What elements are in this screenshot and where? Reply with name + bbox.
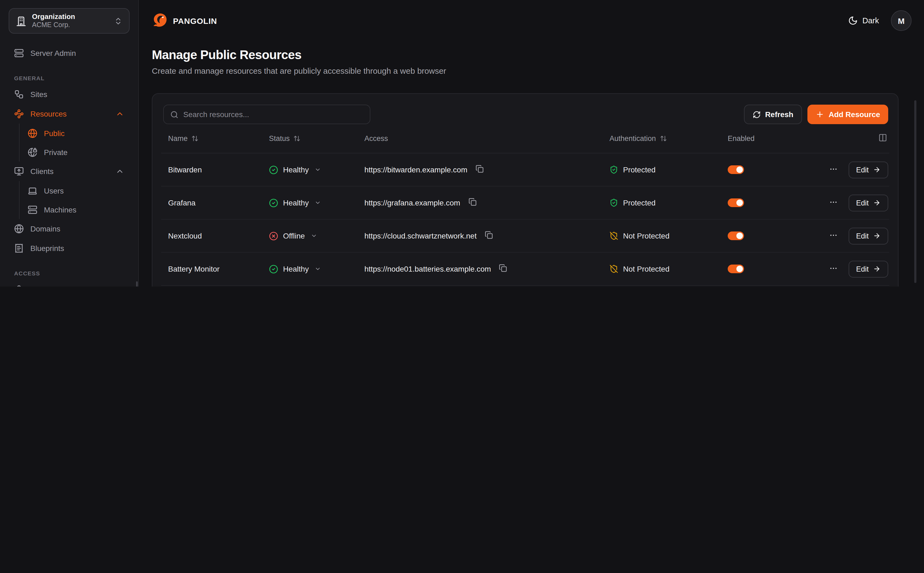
- row-actions-button[interactable]: [828, 197, 839, 209]
- clients-submenu: Users Machines: [19, 181, 130, 219]
- copy-icon: [485, 231, 493, 239]
- row-actions-button[interactable]: [828, 163, 839, 176]
- copy-url-button[interactable]: [467, 197, 478, 209]
- user-avatar[interactable]: M: [891, 10, 911, 31]
- resources-card: Refresh Add Resource Name Status: [152, 93, 899, 286]
- building-icon: [16, 16, 27, 26]
- theme-toggle[interactable]: Dark: [848, 16, 879, 25]
- chevron-down-icon: [315, 199, 321, 206]
- enabled-toggle[interactable]: [728, 232, 744, 240]
- arrow-right-icon: [873, 232, 881, 240]
- workflow-icon: [14, 89, 24, 99]
- column-header-authentication[interactable]: Authentication: [603, 135, 720, 142]
- section-label-general: GENERAL: [14, 75, 124, 81]
- copy-icon: [499, 264, 507, 272]
- copy-url-button[interactable]: [498, 263, 508, 275]
- copy-icon: [468, 198, 476, 206]
- enabled-toggle[interactable]: [728, 199, 744, 207]
- app-window: Organization ACME Corp. Server Admin GEN…: [0, 0, 924, 286]
- page-scrollbar[interactable]: [914, 100, 916, 283]
- resource-url: https://grafana.example.com: [364, 199, 460, 207]
- refresh-button[interactable]: Refresh: [744, 105, 802, 124]
- ellipsis-icon: [829, 197, 838, 206]
- enabled-toggle[interactable]: [728, 265, 744, 273]
- organization-selector[interactable]: Organization ACME Corp.: [9, 8, 130, 34]
- sidebar-item-public[interactable]: Public: [20, 124, 130, 142]
- sidebar-item-blueprints[interactable]: Blueprints: [9, 238, 130, 258]
- sort-icon: [191, 135, 199, 142]
- sidebar: Organization ACME Corp. Server Admin GEN…: [0, 0, 139, 286]
- table-row: Nextcloud Offline https://cloud.schwartz…: [161, 219, 889, 253]
- chevron-down-icon: [315, 166, 321, 173]
- auth-status: Not Protected: [603, 232, 720, 240]
- auth-status: Not Protected: [603, 265, 720, 273]
- status-dropdown[interactable]: Offline: [262, 231, 357, 240]
- arrow-right-icon: [873, 199, 881, 207]
- column-settings-button[interactable]: [877, 132, 888, 145]
- row-actions-button[interactable]: [828, 230, 839, 242]
- enabled-toggle[interactable]: [728, 165, 744, 174]
- sidebar-item-server-admin[interactable]: Server Admin: [9, 43, 130, 63]
- column-header-access: Access: [357, 135, 603, 142]
- chevron-down-icon: [116, 285, 124, 286]
- circle-check-icon: [269, 165, 278, 174]
- shield-off-icon: [609, 232, 618, 240]
- sidebar-item-private[interactable]: Private: [20, 142, 130, 161]
- table-row: Battery Monitor Healthy https://node01.b…: [161, 253, 889, 286]
- search-icon: [170, 110, 179, 119]
- auth-status: Protected: [603, 165, 720, 174]
- pangolin-logo-icon: [152, 13, 168, 29]
- plus-icon: [816, 110, 824, 119]
- monitor-up-icon: [14, 166, 24, 176]
- sort-icon: [660, 135, 667, 142]
- sidebar-item-sites[interactable]: Sites: [9, 85, 130, 104]
- edit-button[interactable]: Edit: [848, 260, 888, 277]
- brand-logo[interactable]: PANGOLIN: [152, 13, 217, 29]
- sidebar-item-client-users[interactable]: Users: [20, 181, 130, 200]
- brand-name: PANGOLIN: [173, 16, 217, 25]
- sidebar-item-domains[interactable]: Domains: [9, 219, 130, 238]
- moon-icon: [848, 16, 858, 25]
- copy-url-button[interactable]: [475, 164, 485, 175]
- ellipsis-icon: [829, 164, 838, 173]
- resource-url: https://bitwarden.example.com: [364, 165, 467, 174]
- top-bar: PANGOLIN Dark M: [152, 0, 924, 41]
- resource-url: https://node01.batteries.example.com: [364, 265, 491, 273]
- chevron-down-icon: [315, 266, 321, 272]
- chevrons-up-down-icon: [114, 17, 122, 25]
- server-icon: [28, 205, 38, 214]
- sidebar-scrollbar[interactable]: [136, 281, 138, 286]
- edit-button[interactable]: Edit: [848, 194, 888, 211]
- search-box: [163, 105, 370, 124]
- globe-lock-icon: [28, 147, 38, 157]
- add-resource-button[interactable]: Add Resource: [807, 105, 888, 124]
- auth-status: Protected: [603, 199, 720, 207]
- edit-button[interactable]: Edit: [848, 227, 888, 244]
- copy-url-button[interactable]: [484, 230, 494, 242]
- sidebar-item-machines[interactable]: Machines: [20, 200, 130, 219]
- page-subtitle: Create and manage resources that are pub…: [152, 66, 924, 75]
- organization-value: ACME Corp.: [32, 21, 108, 30]
- sort-icon: [294, 135, 301, 142]
- sidebar-item-resources[interactable]: Resources: [9, 104, 130, 124]
- shield-check-icon: [609, 199, 618, 207]
- status-dropdown[interactable]: Healthy: [262, 165, 357, 174]
- sidebar-item-clients[interactable]: Clients: [9, 161, 130, 181]
- user-icon: [14, 285, 24, 286]
- sidebar-item-users[interactable]: Users: [9, 280, 130, 286]
- status-dropdown[interactable]: Healthy: [262, 264, 357, 274]
- theme-label: Dark: [863, 16, 879, 25]
- server-icon: [14, 48, 24, 58]
- chevron-up-icon: [116, 167, 124, 175]
- search-input[interactable]: [183, 110, 363, 119]
- column-header-name[interactable]: Name: [161, 135, 262, 142]
- row-actions-button[interactable]: [828, 263, 839, 275]
- resource-name: Bitwarden: [161, 165, 262, 174]
- status-dropdown[interactable]: Healthy: [262, 198, 357, 207]
- edit-button[interactable]: Edit: [848, 161, 888, 178]
- column-header-status[interactable]: Status: [262, 135, 357, 142]
- resource-name: Nextcloud: [161, 232, 262, 240]
- column-header-enabled: Enabled: [720, 135, 797, 142]
- globe-icon: [28, 128, 38, 138]
- organization-label: Organization: [32, 12, 108, 21]
